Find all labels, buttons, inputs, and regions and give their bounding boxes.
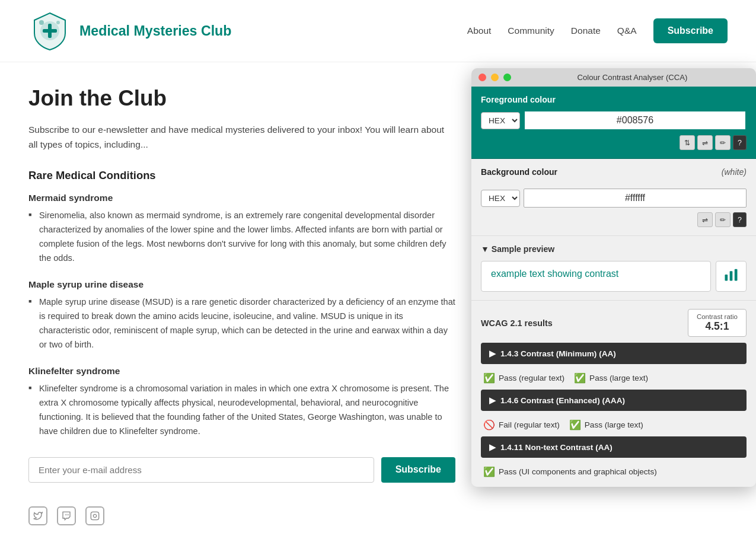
collapse-arrow-icon: ▼ Sample preview bbox=[481, 244, 554, 254]
bg-label-row: Background colour (white) bbox=[481, 167, 747, 183]
wcag-aa-large-text: Pass (large text) bbox=[589, 374, 648, 382]
wcag-title: WCAG 2.1 results bbox=[481, 318, 553, 328]
sample-chart-button[interactable] bbox=[716, 261, 747, 292]
sample-header: ▼ Sample preview bbox=[481, 244, 747, 254]
criterion-aa-label: 1.4.3 Contrast (Minimum) (AA) bbox=[500, 349, 616, 358]
criterion-arrow-icon: ▶ bbox=[489, 349, 496, 358]
svg-rect-10 bbox=[730, 271, 733, 280]
wcag-aaa-results: 🚫 Fail (regular text) ✅ Pass (large text… bbox=[481, 414, 747, 436]
page-title: Join the Club bbox=[28, 86, 455, 111]
pass-icon-2: ✅ bbox=[574, 372, 586, 384]
condition-maple: Maple syrup urine disease Maple syrup ur… bbox=[28, 279, 455, 352]
pass-icon-4: ✅ bbox=[483, 466, 495, 477]
email-input[interactable] bbox=[28, 457, 374, 483]
fg-adjust-button[interactable]: ⇌ bbox=[697, 135, 713, 150]
chart-icon bbox=[723, 266, 739, 286]
bg-adjust-button[interactable]: ⇌ bbox=[697, 212, 713, 227]
svg-rect-2 bbox=[43, 29, 57, 33]
condition-desc-klinefelter: Klinefelter syndrome is a chromosomal va… bbox=[28, 381, 455, 438]
wcag-aa-regular-text: Pass (regular text) bbox=[499, 374, 564, 382]
bg-eyedropper-button[interactable]: ✏ bbox=[715, 212, 731, 227]
condition-title-mermaid: Mermaid syndrome bbox=[28, 193, 455, 203]
main-content: Join the Club Subscribe to our e-newslet… bbox=[0, 62, 756, 539]
contrast-ratio-label: Contrast ratio bbox=[697, 313, 738, 320]
criterion-nontext-label: 1.4.11 Non-text Contrast (AA) bbox=[500, 443, 613, 452]
contrast-ratio-box: Contrast ratio 4.5:1 bbox=[688, 309, 747, 337]
window-minimize-button[interactable] bbox=[491, 74, 499, 81]
svg-rect-7 bbox=[91, 512, 98, 519]
bg-tools: ⇌ ✏ ? bbox=[481, 212, 747, 227]
background-label: Background colour bbox=[481, 167, 557, 177]
content-area: Join the Club Subscribe to our e-newslet… bbox=[28, 86, 455, 525]
conditions-heading: Rare Medical Conditions bbox=[28, 169, 455, 182]
sample-text-box: example text showing contrast bbox=[481, 261, 711, 292]
window-close-button[interactable] bbox=[479, 74, 486, 81]
wcag-aaa-regular: 🚫 Fail (regular text) bbox=[483, 419, 560, 430]
condition-desc-mermaid: Sirenomelia, also known as mermaid syndr… bbox=[28, 208, 455, 265]
main-subscribe-button[interactable]: Subscribe bbox=[381, 457, 455, 483]
wcag-criterion-nontext[interactable]: ▶ 1.4.11 Non-text Contrast (AA) bbox=[481, 436, 747, 458]
instagram-icon[interactable] bbox=[85, 506, 104, 525]
background-input-row: HEX bbox=[481, 189, 747, 208]
nav-donate[interactable]: Donate bbox=[571, 25, 601, 36]
site-header: Medical Mysteries Club About Community D… bbox=[0, 0, 756, 62]
twitter-icon[interactable] bbox=[28, 506, 47, 525]
main-nav: About Community Donate Q&A Subscribe bbox=[467, 18, 728, 43]
wcag-header-row: WCAG 2.1 results Contrast ratio 4.5:1 bbox=[481, 309, 747, 337]
criterion-arrow-icon-3: ▶ bbox=[489, 442, 496, 452]
nav-community[interactable]: Community bbox=[508, 25, 554, 36]
foreground-input-row: HEX bbox=[481, 110, 747, 130]
bg-hex-input[interactable] bbox=[524, 189, 747, 208]
foreground-label: Foreground colour bbox=[481, 95, 747, 104]
logo-title: Medical Mysteries Club bbox=[79, 23, 231, 39]
wcag-aa-regular: ✅ Pass (regular text) bbox=[483, 372, 564, 384]
fg-eyedropper-button[interactable]: ✏ bbox=[715, 135, 731, 150]
criterion-arrow-icon-2: ▶ bbox=[489, 396, 496, 405]
background-note: (white) bbox=[722, 167, 747, 177]
condition-klinefelter: Klinefelter syndrome Klinefelter syndrom… bbox=[28, 366, 455, 438]
wcag-section: WCAG 2.1 results Contrast ratio 4.5:1 ▶ … bbox=[471, 301, 756, 487]
cca-titlebar: Colour Contrast Analyser (CCA) bbox=[471, 68, 756, 87]
fg-swap-button[interactable]: ⇅ bbox=[680, 135, 695, 150]
wcag-nontext-ui: ✅ Pass (UI components and graphical obje… bbox=[483, 466, 657, 477]
cca-window: Colour Contrast Analyser (CCA) Foregroun… bbox=[471, 68, 756, 487]
condition-mermaid: Mermaid syndrome Sirenomelia, also known… bbox=[28, 193, 455, 265]
sample-preview-section: ▼ Sample preview example text showing co… bbox=[471, 236, 756, 301]
email-subscribe-row: Subscribe bbox=[28, 457, 455, 483]
fg-help-button[interactable]: ? bbox=[733, 135, 747, 150]
wcag-criterion-aaa[interactable]: ▶ 1.4.6 Contrast (Enhanced) (AAA) bbox=[481, 390, 747, 411]
wcag-aa-large: ✅ Pass (large text) bbox=[574, 372, 648, 384]
social-icons-row bbox=[28, 506, 455, 525]
fg-tools: ⇅ ⇌ ✏ ? bbox=[481, 135, 747, 150]
twitch-icon[interactable] bbox=[57, 506, 76, 525]
condition-desc-maple: Maple syrup urine disease (MSUD) is a ra… bbox=[28, 295, 455, 352]
pass-icon: ✅ bbox=[483, 372, 495, 384]
wcag-aaa-large-text: Pass (large text) bbox=[585, 420, 643, 429]
wcag-nontext-ui-text: Pass (UI components and graphical object… bbox=[499, 467, 657, 476]
svg-point-4 bbox=[56, 21, 60, 24]
svg-rect-9 bbox=[725, 275, 728, 281]
svg-point-3 bbox=[39, 20, 44, 25]
sample-content-row: example text showing contrast bbox=[481, 261, 747, 292]
wcag-nontext-results: ✅ Pass (UI components and graphical obje… bbox=[481, 461, 747, 487]
fail-icon: 🚫 bbox=[483, 419, 495, 430]
nav-about[interactable]: About bbox=[467, 25, 492, 36]
criterion-aaa-label: 1.4.6 Contrast (Enhanced) (AAA) bbox=[500, 396, 625, 405]
wcag-criterion-aa[interactable]: ▶ 1.4.3 Contrast (Minimum) (AA) bbox=[481, 343, 747, 364]
intro-text: Subscribe to our e-newsletter and have m… bbox=[28, 123, 455, 152]
cca-title: Colour Contrast Analyser (CCA) bbox=[516, 73, 749, 82]
pass-icon-3: ✅ bbox=[569, 419, 581, 430]
bg-type-select[interactable]: HEX bbox=[481, 190, 520, 207]
logo-area: Medical Mysteries Club bbox=[28, 9, 231, 52]
sample-text: example text showing contrast bbox=[491, 269, 618, 279]
window-maximize-button[interactable] bbox=[503, 74, 511, 81]
condition-title-maple: Maple syrup urine disease bbox=[28, 279, 455, 290]
condition-title-klinefelter: Klinefelter syndrome bbox=[28, 366, 455, 377]
fg-type-select[interactable]: HEX bbox=[481, 112, 520, 129]
header-subscribe-button[interactable]: Subscribe bbox=[653, 18, 728, 43]
nav-qa[interactable]: Q&A bbox=[617, 25, 637, 36]
bg-help-button[interactable]: ? bbox=[733, 212, 747, 227]
fg-hex-input[interactable] bbox=[524, 110, 747, 130]
contrast-ratio-value: 4.5:1 bbox=[697, 320, 738, 333]
foreground-section: Foreground colour HEX ⇅ ⇌ ✏ ? bbox=[471, 87, 756, 159]
